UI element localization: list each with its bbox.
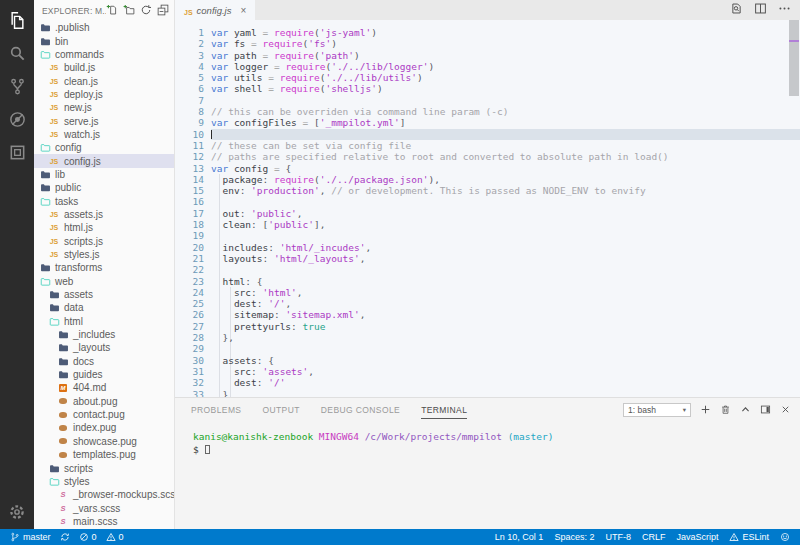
js-file-icon: JS bbox=[48, 89, 60, 100]
plus-icon[interactable] bbox=[700, 401, 711, 419]
activity-extensions[interactable] bbox=[0, 136, 34, 169]
tree-item-serve-js[interactable]: JSserve.js bbox=[34, 114, 174, 127]
code-line-content: var utils = require('./../lib/utils') bbox=[211, 72, 800, 83]
tree-item--vars-scss[interactable]: S_vars.scss bbox=[34, 501, 174, 514]
more-actions-icon[interactable] bbox=[778, 1, 791, 19]
tab-config-js[interactable]: JS config.js × bbox=[175, 0, 255, 20]
terminal-shell-select[interactable]: 1: bash ▾ bbox=[623, 403, 691, 417]
panel-tab-output[interactable]: OUTPUT bbox=[262, 401, 299, 419]
status-right-utf-8[interactable]: UTF-8 bbox=[605, 532, 631, 542]
tree-item-lib[interactable]: lib bbox=[34, 168, 174, 181]
folder-icon bbox=[48, 289, 60, 300]
tree-item-label: bin bbox=[55, 36, 68, 47]
chevron-up-icon[interactable] bbox=[740, 401, 751, 419]
editor-scrollbar[interactable] bbox=[789, 20, 799, 96]
tree-item-watch-js[interactable]: JSwatch.js bbox=[34, 128, 174, 141]
code-line-content: var path = require('path') bbox=[211, 50, 800, 61]
panel-tab-terminal[interactable]: TERMINAL bbox=[421, 401, 467, 419]
js-file-icon: JS bbox=[48, 129, 60, 140]
tree-item-templates-pug[interactable]: templates.pug bbox=[34, 448, 174, 461]
refresh-icon[interactable] bbox=[140, 2, 152, 20]
panel-toolbar: 1: bash ▾ bbox=[623, 401, 791, 419]
tab-close-icon[interactable]: × bbox=[240, 5, 246, 16]
explorer-sidebar: EXPLORER: M... .publishbincommandsJSbuil… bbox=[34, 0, 175, 529]
terminal[interactable]: kanis@kanishk-zenbook MINGW64 /c/Work/pr… bbox=[175, 421, 800, 456]
code-line-content: src: 'html', bbox=[211, 287, 800, 298]
tree-item--includes[interactable]: _includes bbox=[34, 328, 174, 341]
status-right-javascript[interactable]: JavaScript bbox=[676, 532, 718, 542]
tree-item-deploy-js[interactable]: JSdeploy.js bbox=[34, 88, 174, 101]
split-editor-icon[interactable] bbox=[754, 1, 767, 19]
status-right-crlf[interactable]: CRLF bbox=[642, 532, 666, 542]
tree-item-404-md[interactable]: M404.md bbox=[34, 381, 174, 394]
js-file-icon: JS bbox=[48, 222, 60, 233]
folder-open-icon bbox=[48, 316, 60, 327]
tree-item-styles[interactable]: styles bbox=[34, 475, 174, 488]
panel-icon[interactable] bbox=[760, 401, 771, 419]
status-right-smiley-icon[interactable] bbox=[780, 532, 790, 542]
tree-item-html-js[interactable]: JShtml.js bbox=[34, 221, 174, 234]
new-file-icon[interactable] bbox=[106, 2, 118, 20]
tree-item--browser-mockups-scss[interactable]: S_browser-mockups.scss bbox=[34, 488, 174, 501]
activity-source-control[interactable] bbox=[0, 70, 34, 103]
trash-icon[interactable] bbox=[720, 401, 731, 419]
tree-item-showcase-pug[interactable]: showcase.pug bbox=[34, 435, 174, 448]
tree-item--publish[interactable]: .publish bbox=[34, 21, 174, 34]
new-folder-icon[interactable] bbox=[123, 2, 135, 20]
tree-item-data[interactable]: data bbox=[34, 301, 174, 314]
settings-gear-icon[interactable] bbox=[0, 503, 34, 521]
status-right-eslint[interactable]: ESLint bbox=[729, 532, 769, 542]
tree-item-public[interactable]: public bbox=[34, 181, 174, 194]
tree-item-docs[interactable]: docs bbox=[34, 355, 174, 368]
line-number: 7 bbox=[175, 95, 211, 106]
activity-debug[interactable] bbox=[0, 103, 34, 136]
line-number: 10 bbox=[175, 129, 211, 140]
status-left-master[interactable]: master bbox=[10, 532, 51, 542]
tree-item-index-pug[interactable]: index.pug bbox=[34, 421, 174, 434]
code-line-content: var logger = require('./../lib/logger') bbox=[211, 61, 800, 72]
tree-item-assets[interactable]: assets bbox=[34, 288, 174, 301]
close-icon[interactable] bbox=[780, 401, 791, 419]
tree-item-config[interactable]: config bbox=[34, 141, 174, 154]
code-line-content bbox=[211, 230, 800, 241]
tree-item-assets-js[interactable]: JSassets.js bbox=[34, 208, 174, 221]
code-line-24: 24 src: 'html', bbox=[175, 287, 800, 298]
tree-item-bin[interactable]: bin bbox=[34, 34, 174, 47]
tree-item-clean-js[interactable]: JSclean.js bbox=[34, 74, 174, 87]
status-left-sync-icon[interactable] bbox=[60, 532, 70, 542]
status-right-ln-10-col-1[interactable]: Ln 10, Col 1 bbox=[495, 532, 544, 542]
status-left-0[interactable]: 0 bbox=[106, 532, 124, 542]
tree-item-new-js[interactable]: JSnew.js bbox=[34, 101, 174, 114]
panel-tab-debug-console[interactable]: DEBUG CONSOLE bbox=[321, 401, 400, 419]
tree-item-main-scss[interactable]: Smain.scss bbox=[34, 515, 174, 528]
tree-item-scripts[interactable]: scripts bbox=[34, 461, 174, 474]
tree-item-build-js[interactable]: JSbuild.js bbox=[34, 61, 174, 74]
open-preview-icon[interactable] bbox=[730, 1, 743, 19]
tree-item-about-pug[interactable]: about.pug bbox=[34, 395, 174, 408]
activity-explorer[interactable] bbox=[0, 4, 34, 37]
folder-icon bbox=[57, 356, 69, 367]
folder-icon bbox=[39, 169, 51, 180]
tree-item-commands[interactable]: commands bbox=[34, 48, 174, 61]
tree-item-label: commands bbox=[55, 49, 104, 60]
panel-tab-problems[interactable]: PROBLEMS bbox=[191, 401, 241, 419]
tab-bar: JS config.js × bbox=[175, 0, 800, 20]
tree-item-tasks[interactable]: tasks bbox=[34, 194, 174, 207]
code-line-26: 26 sitemap: 'sitemap.xml', bbox=[175, 309, 800, 320]
collapse-all-icon[interactable] bbox=[157, 2, 169, 20]
tree-item-label: transforms bbox=[55, 262, 102, 273]
tree-item-config-js[interactable]: JSconfig.js bbox=[34, 154, 174, 167]
tree-item-guides[interactable]: guides bbox=[34, 368, 174, 381]
code-line-16: 16 bbox=[175, 196, 800, 207]
tree-item--layouts[interactable]: _layouts bbox=[34, 341, 174, 354]
status-left-0[interactable]: 0 bbox=[79, 532, 97, 542]
tree-item-styles-js[interactable]: JSstyles.js bbox=[34, 248, 174, 261]
tree-item-web[interactable]: web bbox=[34, 275, 174, 288]
tree-item-html[interactable]: html bbox=[34, 315, 174, 328]
status-right-spaces-2[interactable]: Spaces: 2 bbox=[554, 532, 594, 542]
tree-item-contact-pug[interactable]: contact.pug bbox=[34, 408, 174, 421]
code-editor[interactable]: 1var yaml = require('js-yaml')2var fs = … bbox=[175, 20, 800, 397]
tree-item-scripts-js[interactable]: JSscripts.js bbox=[34, 235, 174, 248]
activity-search[interactable] bbox=[0, 37, 34, 70]
tree-item-transforms[interactable]: transforms bbox=[34, 261, 174, 274]
